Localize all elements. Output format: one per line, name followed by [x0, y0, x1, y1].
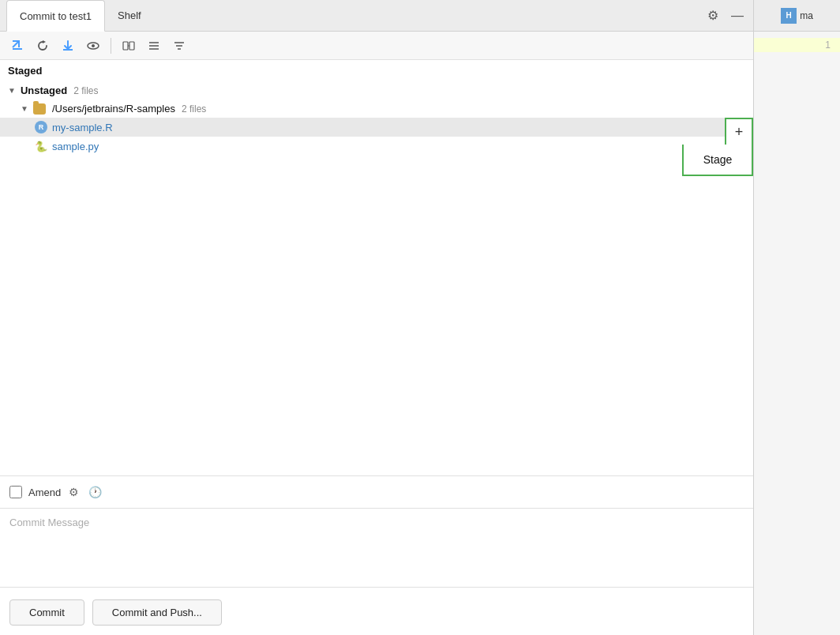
toolbar-divider	[111, 38, 111, 54]
r-file-icon: R	[35, 121, 47, 133]
unstaged-chevron: ▼	[8, 86, 16, 95]
file-name-my-sample-r: my-sample.R	[52, 122, 113, 133]
stage-popup: + Stage	[725, 118, 753, 146]
folder-count: 2 files	[182, 103, 206, 115]
align-icon	[148, 39, 160, 52]
jump-icon	[11, 39, 24, 52]
tab-shelf[interactable]: Shelf	[105, 0, 154, 32]
tab-bar: Commit to test1 Shelf ⚙ —	[0, 0, 753, 32]
filter-button[interactable]	[168, 36, 190, 55]
refresh-icon	[36, 39, 49, 52]
filter-icon	[173, 39, 186, 52]
merge-icon	[122, 39, 135, 52]
svg-rect-2	[123, 42, 128, 50]
line-number-1: 1	[754, 38, 840, 52]
refresh-button[interactable]	[32, 36, 54, 55]
folder-chevron: ▼	[21, 104, 28, 113]
amend-row: Amend ⚙ 🕐	[0, 476, 753, 509]
commit-label: Commit	[29, 607, 65, 618]
update-button[interactable]	[57, 36, 79, 55]
amend-checkbox[interactable]	[9, 486, 22, 498]
jump-button[interactable]	[6, 36, 28, 55]
commit-button[interactable]: Commit	[9, 599, 84, 626]
right-panel: H ma 1	[754, 0, 840, 635]
file-row-sample-py[interactable]: 🐍 sample.py	[0, 137, 753, 156]
file-name-sample-py: sample.py	[52, 141, 99, 152]
py-file-icon: 🐍	[35, 140, 47, 152]
commit-push-label: Commit and Push...	[112, 607, 202, 618]
align-button[interactable]	[143, 36, 165, 55]
stage-plus-button[interactable]: +	[725, 118, 753, 146]
amend-label: Amend	[28, 487, 61, 498]
download-icon	[62, 39, 74, 52]
amend-settings-icon: ⚙	[69, 486, 79, 498]
stage-label: Stage	[703, 153, 733, 166]
toolbar	[0, 32, 753, 60]
unstaged-label: Unstaged	[21, 85, 67, 96]
editor-icon: H	[781, 8, 797, 24]
unstaged-group-header[interactable]: ▼ Unstaged 2 files	[0, 81, 753, 100]
commit-message-input[interactable]	[0, 509, 753, 588]
file-tree: Staged ▼ Unstaged 2 files ▼ /Users/jetbr…	[0, 60, 753, 475]
folder-path: /Users/jetbrains/R-samples	[52, 103, 175, 115]
clock-icon: 🕐	[88, 486, 102, 498]
settings-button[interactable]: ⚙	[704, 5, 722, 26]
right-panel-header: H ma	[754, 0, 840, 32]
right-panel-label: ma	[800, 10, 813, 21]
tab-commit[interactable]: Commit to test1	[6, 0, 105, 32]
commit-buttons: Commit Commit and Push...	[0, 590, 753, 635]
unstaged-count: 2 files	[73, 85, 98, 96]
folder-icon	[33, 103, 46, 115]
tab-shelf-label: Shelf	[118, 9, 141, 21]
svg-point-1	[92, 44, 95, 47]
plus-icon: +	[735, 124, 744, 141]
folder-header[interactable]: ▼ /Users/jetbrains/R-samples 2 files	[0, 100, 753, 118]
left-panel: Commit to test1 Shelf ⚙ —	[0, 0, 754, 635]
line-number-area: 1	[754, 32, 840, 58]
commit-push-button[interactable]: Commit and Push...	[92, 599, 222, 626]
svg-rect-3	[129, 42, 134, 50]
eye-icon	[87, 39, 99, 52]
tab-commit-label: Commit to test1	[20, 10, 92, 22]
bottom-section: Amend ⚙ 🕐 Commit Commit and Push...	[0, 475, 753, 635]
stage-button[interactable]: Stage	[682, 145, 753, 176]
file-row-my-sample-r[interactable]: R my-sample.R + Stage	[0, 118, 753, 137]
minimize-icon: —	[731, 9, 744, 23]
minimize-button[interactable]: —	[728, 5, 747, 26]
amend-settings-button[interactable]: ⚙	[67, 484, 81, 500]
view-button[interactable]	[82, 36, 104, 55]
merge-button[interactable]	[118, 36, 140, 55]
tab-actions: ⚙ —	[704, 5, 747, 26]
staged-header: Staged	[0, 60, 753, 81]
settings-icon: ⚙	[707, 8, 718, 23]
amend-clock-button[interactable]: 🕐	[87, 484, 103, 500]
